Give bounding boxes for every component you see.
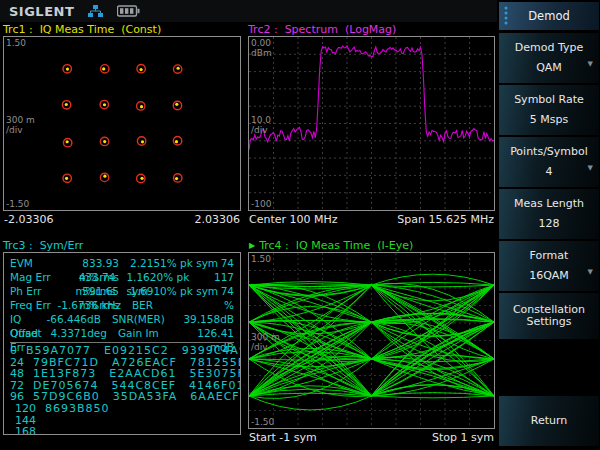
trc3-title: Trc3 : Sym/Err: [3, 238, 241, 252]
menu-item-symbol-rate[interactable]: Symbol Rate 5 Msps: [499, 85, 599, 135]
menu-item-label: Constellation Settings: [499, 304, 599, 328]
trace-grid: Trc1 : IQ Meas Time (Const) 1.50 300 m/d…: [0, 22, 497, 450]
menu-item-demod-type[interactable]: Demod Type QAM ▼: [499, 33, 599, 83]
error-cell: 2.2151% pk sym: [130, 256, 221, 270]
chevron-down-icon: ▼: [588, 268, 593, 276]
menu-item-value: 128: [539, 218, 560, 230]
error-cell: 1.6910% pk sym: [130, 284, 221, 298]
menu-header-label: Demod: [528, 9, 569, 23]
menu-grip-icon: [504, 6, 508, 26]
trc2-axis-row: Center 100 MHz Span 15.625 MHz: [248, 211, 495, 227]
trc2-title: Trc2 : Spectrum (LogMag): [248, 22, 495, 36]
spectrum-canvas: [249, 37, 494, 210]
error-cell: Freq Err: [10, 298, 57, 312]
menu-item-value: 4: [546, 166, 553, 178]
trc1-axis-left: -2.03306: [4, 213, 53, 226]
window-trc2[interactable]: Trc2 : Spectrum (LogMag) 0.00dBm 10.0/di…: [243, 22, 497, 227]
window-trc4[interactable]: ▶ Trc4 : IQ Meas Time (I-Eye) 1.50 300 m…: [243, 227, 497, 450]
menu-item-value: 5 Msps: [530, 114, 568, 126]
menu-item-meas-length[interactable]: Meas Length 128: [499, 189, 599, 239]
error-cell: 833.93 m%rms: [56, 256, 119, 270]
error-cell: Mag Err: [10, 270, 55, 284]
status-bar: SIGLENT: [0, 0, 497, 22]
error-cell: 39.158dB: [183, 312, 234, 326]
constellation-canvas: [4, 37, 241, 210]
trc4-eye-plot: 1.50 300 m/div -1.50: [248, 252, 495, 429]
error-cell: EVM: [10, 256, 56, 270]
window-trc3[interactable]: Trc3 : Sym/Err EVM833.93 m%rms2.2151% pk…: [0, 227, 243, 450]
trc4-min-level: -1.50: [251, 417, 274, 427]
menu-item-points-per-symbol[interactable]: Points/Symbol 4 ▼: [499, 137, 599, 187]
trc2-scale-per-div: 10.0/div: [251, 115, 271, 135]
menu-header-demod: Demod: [499, 2, 599, 30]
error-cell: 4.3371deg: [50, 326, 107, 340]
hex-row: 168: [10, 426, 234, 435]
hex-word: 8693B850: [45, 403, 110, 415]
menu-item-label: Demod Type: [511, 42, 587, 54]
softkey-menu: Demod Demod Type QAM ▼ Symbol Rate 5 Msp…: [497, 0, 600, 450]
trc2-spectrum-plot: 0.00dBm 10.0/div -100: [248, 36, 495, 211]
return-label: Return: [527, 415, 572, 427]
trc1-title: Trc1 : IQ Meas Time (Const): [3, 22, 241, 36]
trc4-scale-per-div: 300 m/div: [251, 332, 280, 352]
hex-row: 0B59A7077E09215C29399C4A9: [10, 345, 234, 357]
menu-item-label: Meas Length: [510, 198, 588, 210]
error-row: EVM833.93 m%rms2.2151% pk sym74: [10, 256, 234, 270]
return-button[interactable]: Return: [499, 396, 599, 446]
hex-word: 6AAECF59: [190, 391, 241, 403]
trc2-center-freq: Center 100 MHz: [249, 213, 338, 226]
menu-item-value: 16QAM: [529, 270, 569, 282]
menu-spacer: [499, 341, 599, 396]
trc1-ref-level: 1.50: [6, 38, 26, 48]
hex-address: 120: [10, 403, 36, 415]
window-trc1[interactable]: Trc1 : IQ Meas Time (Const) 1.50 300 m/d…: [0, 22, 243, 227]
error-cell: Gain Im: [118, 326, 197, 340]
lan-icon: [88, 5, 103, 18]
error-cell: 591.65 m%rms: [56, 284, 119, 298]
hex-row: 144: [10, 415, 234, 427]
error-cell: 74: [221, 256, 234, 270]
error-cell: -1.6736 kHz: [57, 298, 121, 312]
trc2-ref-level: 0.00dBm: [251, 38, 272, 58]
chevron-down-icon: ▼: [588, 60, 593, 68]
trc1-min-level: -1.50: [6, 199, 29, 209]
error-cell: Quad Err: [10, 326, 50, 340]
error-cell: IQ Offset: [10, 312, 46, 326]
error-cell: Ph Err: [10, 284, 56, 298]
trc4-stop-label: Stop 1 sym: [432, 431, 494, 444]
trc1-axis-right: 2.03306: [195, 213, 241, 226]
hex-word: 35DA53FA: [113, 391, 178, 403]
error-cell: 117: [214, 270, 234, 284]
battery-icon: [117, 5, 140, 17]
chevron-down-icon: ▼: [588, 164, 593, 172]
menu-item-constellation-settings[interactable]: Constellation Settings: [499, 293, 599, 339]
hex-row: 9657D9C6B035DA53FA6AAECF59: [10, 391, 234, 403]
hex-row: 1208693B850: [10, 403, 234, 415]
symbol-hex-table: 0B59A7077E09215C29399C4A92479BFC71DA726E…: [10, 342, 234, 435]
error-cell: 433.74 m%rms: [55, 270, 116, 284]
error-row: Mag Err433.74 m%rms1.1620% pk sym117: [10, 270, 234, 284]
trc1-scale-per-div: 300 m/div: [6, 115, 35, 135]
trc2-span: Span 15.625 MHz: [397, 213, 494, 226]
error-table: EVM833.93 m%rms2.2151% pk sym74Mag Err43…: [10, 256, 234, 340]
menu-item-value: QAM: [536, 62, 562, 74]
hex-address: 0: [10, 345, 17, 357]
menu-item-format[interactable]: Format 16QAM ▼: [499, 241, 599, 291]
trc3-symerr-panel: EVM833.93 m%rms2.2151% pk sym74Mag Err43…: [3, 252, 241, 435]
menu-item-label: Points/Symbol: [506, 146, 592, 158]
display-area: SIGLENT: [0, 0, 497, 450]
error-row: Freq Err-1.6736 kHzBER%: [10, 298, 234, 312]
hex-word: E09215C2: [104, 345, 169, 357]
error-cell: 126.41 mdB: [197, 326, 234, 340]
menu-item-label: Symbol Rate: [510, 94, 588, 106]
error-cell: SNR(MER): [112, 312, 184, 326]
error-row: Ph Err591.65 m%rms1.6910% pk sym74: [10, 284, 234, 298]
error-cell: 1.1620% pk sym: [126, 270, 214, 284]
active-trace-arrow-icon: ▶: [249, 239, 255, 252]
hex-word: 9399C4A9: [182, 345, 241, 357]
error-row: IQ Offset-66.446dBSNR(MER)39.158dB: [10, 312, 234, 326]
menu-item-label: Format: [526, 250, 573, 262]
hex-word: B59A7077: [26, 345, 91, 357]
siglent-logo: SIGLENT: [9, 4, 74, 19]
trc1-constellation-plot: 1.50 300 m/div -1.50: [3, 36, 241, 211]
